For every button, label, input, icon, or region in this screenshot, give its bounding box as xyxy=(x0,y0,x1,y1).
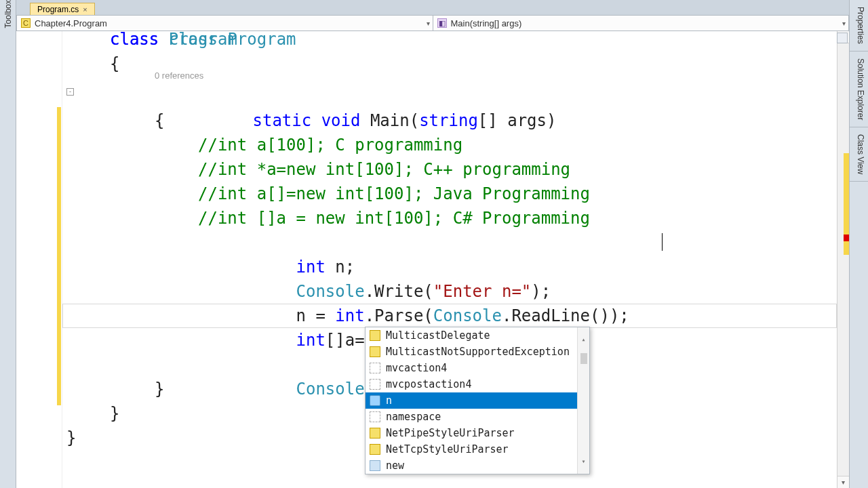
intellisense-item[interactable]: mvcpostaction4 xyxy=(366,376,577,392)
intellisense-scrollbar[interactable]: ▴ ▾ xyxy=(577,327,589,474)
scroll-down-icon[interactable]: ▾ xyxy=(837,476,849,488)
code-text: { xyxy=(155,111,164,130)
snippet-icon xyxy=(370,363,380,373)
error-marker xyxy=(844,235,849,241)
code-text: string xyxy=(419,111,478,130)
properties-tab[interactable]: Properties xyxy=(850,0,868,52)
code-text: Main( xyxy=(360,111,419,130)
chevron-down-icon: ▾ xyxy=(427,20,430,27)
sidebar-tab-label: Solution Explorer xyxy=(856,58,865,120)
codelens-references[interactable]: 0 references xyxy=(155,70,203,81)
right-sidebar: Properties Solution Explorer Class View xyxy=(849,0,868,488)
intellisense-item-label: NetTcpStyleUriParser xyxy=(386,437,509,462)
intellisense-popup[interactable]: MulticastDelegateMulticastNotSupportedEx… xyxy=(365,327,590,474)
intellisense-item-label: mvcpostaction4 xyxy=(386,372,471,396)
main-column: Program.cs × C Chapter4.Program ▾ ◧ Main… xyxy=(16,0,849,488)
delegate-icon xyxy=(370,330,380,341)
tab-program-cs[interactable]: Program.cs × xyxy=(30,3,95,15)
code-text: Console xyxy=(296,380,365,399)
document-tabstrip: Program.cs × xyxy=(16,0,849,15)
code-area[interactable]: class class Program x class Program { 0 … xyxy=(62,31,837,488)
tab-label: Program.cs xyxy=(37,5,79,14)
delegate-icon xyxy=(370,428,380,439)
intellisense-item-label: new xyxy=(386,453,404,478)
code-text: } xyxy=(66,428,76,447)
code-comment: //int *a=new int[100]; C++ programming xyxy=(198,160,570,179)
nav-member-label: Main(string[] args) xyxy=(451,18,522,28)
code-comment: //int a[100]; C programming xyxy=(198,136,462,155)
code-comment: //int a[]=new int[100]; Java Programming xyxy=(198,184,590,203)
code-text: } xyxy=(155,380,164,399)
solution-explorer-tab[interactable]: Solution Explorer xyxy=(850,52,868,127)
snippet-icon xyxy=(370,411,380,422)
snippet-icon xyxy=(370,379,380,390)
sidebar-tab-label: Class View xyxy=(856,134,865,174)
left-sidebar-toolbox[interactable]: Toolbox xyxy=(0,0,16,488)
intellisense-list[interactable]: MulticastDelegateMulticastNotSupportedEx… xyxy=(366,327,577,474)
keyword-icon xyxy=(370,460,380,471)
scroll-down-icon[interactable]: ▾ xyxy=(581,449,585,474)
chevron-down-icon: ▾ xyxy=(842,20,846,27)
nav-type-label: Chapter4.Program xyxy=(35,18,107,28)
sidebar-tab-label: Properties xyxy=(856,7,865,44)
field-icon xyxy=(370,395,380,406)
scroll-up-icon[interactable]: ▴ xyxy=(581,327,585,352)
class-icon: C xyxy=(21,18,31,28)
code-text: } xyxy=(110,404,119,423)
code-text: [] args) xyxy=(478,111,557,130)
toolbox-label: Toolbox xyxy=(3,0,13,30)
delegate-icon xyxy=(370,346,380,357)
code-editor[interactable]: - class class Program x class Program { … xyxy=(16,31,849,488)
editor-gutter: - xyxy=(16,31,62,488)
delegate-icon xyxy=(370,444,380,455)
code-text: .ReadLine()); xyxy=(502,306,629,325)
editor-vertical-scrollbar[interactable]: ▴ ▾ xyxy=(837,31,849,488)
code-text: int xyxy=(296,331,326,350)
scrollbar-thumb[interactable] xyxy=(580,353,587,364)
text-cursor xyxy=(662,233,663,251)
method-icon: ◧ xyxy=(437,18,447,28)
nav-member-dropdown[interactable]: ◧ Main(string[] args) ▾ xyxy=(433,16,849,30)
code-comment: //int []a = new int[100]; C# Programming xyxy=(198,209,590,228)
split-editor-icon[interactable] xyxy=(837,33,848,43)
class-view-tab[interactable]: Class View xyxy=(850,127,868,182)
change-marker xyxy=(57,107,61,405)
code-text: static void xyxy=(253,111,361,130)
close-icon[interactable]: × xyxy=(83,5,87,14)
navigation-bar: C Chapter4.Program ▾ ◧ Main(string[] arg… xyxy=(16,15,849,31)
ide-root: Toolbox Program.cs × C Chapter4.Program … xyxy=(0,0,868,488)
overview-ruler xyxy=(842,58,849,474)
nav-type-dropdown[interactable]: C Chapter4.Program ▾ xyxy=(17,16,433,30)
code-text: []a= xyxy=(326,331,365,350)
